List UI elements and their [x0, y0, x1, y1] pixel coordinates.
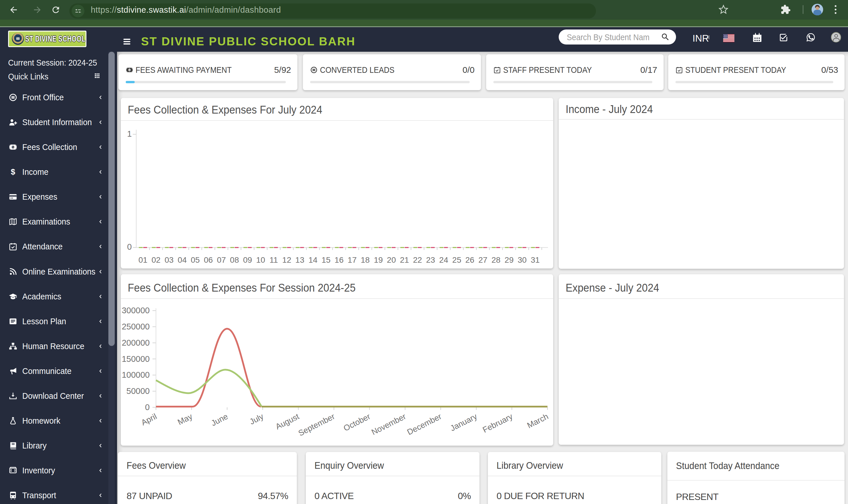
svg-text:May: May [176, 412, 194, 427]
svg-text:21: 21 [400, 255, 409, 265]
svg-text:10: 10 [256, 255, 265, 265]
svg-text:December: December [405, 412, 443, 437]
svg-text:February: February [481, 412, 514, 434]
svg-text:0: 0 [145, 402, 150, 412]
svg-text:27: 27 [478, 255, 487, 265]
svg-text:November: November [370, 412, 407, 437]
svg-text:July: July [248, 412, 265, 426]
svg-text:20: 20 [387, 255, 396, 265]
svg-text:09: 09 [243, 255, 252, 265]
svg-text:18: 18 [361, 255, 370, 265]
svg-text:17: 17 [348, 255, 357, 265]
svg-text:September: September [297, 412, 336, 438]
svg-text:1: 1 [127, 129, 132, 139]
svg-text:23: 23 [426, 255, 435, 265]
svg-text:June: June [210, 412, 229, 428]
svg-text:16: 16 [335, 255, 344, 265]
svg-text:200000: 200000 [122, 338, 150, 347]
svg-text:19: 19 [374, 255, 383, 265]
svg-text:250000: 250000 [122, 322, 150, 331]
svg-text:50000: 50000 [126, 387, 150, 396]
svg-text:150000: 150000 [122, 354, 150, 363]
svg-text:24: 24 [439, 255, 448, 265]
svg-text:22: 22 [413, 255, 422, 265]
svg-text:02: 02 [151, 255, 160, 265]
svg-text:06: 06 [204, 255, 213, 265]
svg-text:05: 05 [191, 255, 200, 265]
svg-text:28: 28 [491, 255, 500, 265]
svg-text:08: 08 [230, 255, 239, 265]
svg-text:January: January [449, 412, 479, 433]
svg-text:11: 11 [269, 255, 278, 265]
svg-text:12: 12 [282, 255, 291, 265]
svg-text:$: $ [11, 168, 15, 176]
svg-text:01: 01 [139, 255, 147, 265]
svg-text:100000: 100000 [122, 371, 150, 380]
svg-text:04: 04 [178, 255, 187, 265]
svg-text:29: 29 [505, 255, 513, 265]
svg-text:07: 07 [217, 255, 226, 265]
svg-text:August: August [274, 412, 301, 431]
svg-text:25: 25 [452, 255, 461, 265]
svg-text:13: 13 [295, 255, 304, 265]
svg-text:March: March [526, 412, 550, 430]
svg-text:15: 15 [321, 255, 330, 265]
svg-text:300000: 300000 [122, 306, 150, 315]
svg-text:26: 26 [465, 255, 474, 265]
svg-text:03: 03 [164, 255, 174, 265]
svg-text:1: 1 [12, 145, 14, 149]
svg-text:April: April [140, 412, 158, 427]
svg-text:14: 14 [308, 255, 317, 265]
svg-text:1: 1 [129, 68, 130, 71]
svg-text:31: 31 [531, 255, 540, 265]
svg-text:0: 0 [127, 242, 132, 251]
svg-text:October: October [342, 412, 372, 433]
svg-text:30: 30 [518, 255, 527, 265]
